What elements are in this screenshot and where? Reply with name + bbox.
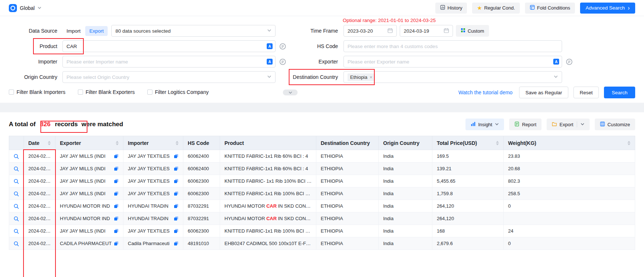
copy-icon[interactable] <box>174 179 179 183</box>
column-header-total-price-usd-[interactable]: Total Price(USD) <box>432 136 504 150</box>
sort-carets-icon[interactable] <box>176 141 179 145</box>
top-bar: Global History ★ Regular Cond. Fold Cond… <box>0 0 644 16</box>
copy-icon[interactable] <box>174 166 179 171</box>
exporter-input[interactable] <box>343 56 562 68</box>
cell-importer: JAY JAY TEXTILES <box>123 175 183 187</box>
insight-label: Insight <box>478 122 492 127</box>
column-header-weight-kg-[interactable]: Weight(KG) <box>504 136 635 150</box>
export-button[interactable]: Export <box>547 119 590 130</box>
exclude-filter-icon[interactable] <box>279 43 286 50</box>
view-details-magnifier-icon[interactable] <box>14 204 19 209</box>
origin-country-placeholder: Please select Origin Country <box>66 74 129 80</box>
filter-checkbox-item[interactable]: Filter Logitics Company <box>147 89 209 95</box>
insight-button[interactable]: Insight <box>465 119 504 130</box>
copy-icon[interactable] <box>174 216 179 221</box>
copy-icon[interactable] <box>114 229 119 233</box>
translate-icon[interactable]: A <box>266 58 273 65</box>
export-tab[interactable]: Export <box>85 26 108 36</box>
view-details-magnifier-icon[interactable] <box>14 241 19 247</box>
cell-product: HYUNDAI MOTOR CAR IN SKD CONDITI <box>220 212 316 225</box>
advanced-search-button[interactable]: Advanced Search › <box>580 3 635 14</box>
brand-selector[interactable]: Global <box>9 4 42 12</box>
exclude-filter-icon[interactable] <box>279 58 286 65</box>
tag-close-icon[interactable]: × <box>370 75 373 80</box>
customize-button[interactable]: Customize <box>595 119 635 130</box>
importer-input[interactable] <box>62 56 276 68</box>
cell-hs-code: 60062400 <box>183 150 220 163</box>
copy-icon[interactable] <box>114 216 119 221</box>
cell-destination-country: ETHIOPIA <box>316 225 379 237</box>
view-details-magnifier-icon[interactable] <box>14 154 19 159</box>
origin-country-select[interactable]: Please select Origin Country <box>62 71 276 83</box>
filter-checkbox-item[interactable]: Filter Blank Exporters <box>78 89 135 95</box>
cell-date: 2024-02-22 <box>24 163 55 175</box>
history-button[interactable]: History <box>435 3 467 14</box>
report-button[interactable]: Report <box>509 119 542 130</box>
cell-date: 2024-02-16 <box>24 200 55 212</box>
view-details-magnifier-icon[interactable] <box>14 179 19 184</box>
checkbox-icon[interactable] <box>78 90 83 95</box>
importer-name: Cadila Pharmaceuti <box>128 241 169 246</box>
view-details-magnifier-icon[interactable] <box>14 166 19 172</box>
cell-destination-country: ETHIOPIA <box>316 237 379 250</box>
view-details-magnifier-icon[interactable] <box>14 216 19 222</box>
tutorial-demo-link[interactable]: Watch the tutorial demo <box>458 90 512 95</box>
column-header-label: Date <box>28 140 39 146</box>
sort-carets-icon[interactable] <box>496 141 499 145</box>
checkbox-icon[interactable] <box>147 90 152 95</box>
copy-icon[interactable] <box>114 204 119 208</box>
cell-exporter: JAY JAY MILLS (INDI <box>55 175 123 187</box>
importer-name: HYUNDAI TRADIN <box>128 203 168 209</box>
copy-icon[interactable] <box>114 166 119 171</box>
chevron-down-icon[interactable] <box>580 122 584 127</box>
copy-icon[interactable] <box>114 241 119 246</box>
sort-carets-icon[interactable] <box>116 141 119 145</box>
exclude-filter-icon[interactable] <box>566 58 573 65</box>
copy-icon[interactable] <box>174 204 179 208</box>
filter-checkbox-item[interactable]: Filter Blank Importers <box>9 89 65 95</box>
copy-icon[interactable] <box>114 191 119 196</box>
cell-importer: JAY JAY TEXTILES <box>123 225 183 237</box>
reset-button[interactable]: Reset <box>573 87 599 98</box>
view-details-magnifier-icon[interactable] <box>14 191 19 197</box>
copy-icon[interactable] <box>174 191 179 196</box>
records-word: records <box>55 121 78 128</box>
view-details-magnifier-icon[interactable] <box>14 229 19 234</box>
copy-icon[interactable] <box>174 229 179 233</box>
column-header-importer[interactable]: Importer <box>123 136 183 150</box>
cell-weight: 20.68 <box>504 163 635 175</box>
sort-carets-icon[interactable] <box>48 141 51 145</box>
custom-range-button[interactable]: Custom <box>456 25 489 37</box>
copy-icon[interactable] <box>114 179 119 183</box>
translate-icon[interactable]: A <box>553 58 560 65</box>
column-header-exporter[interactable]: Exporter <box>55 136 123 150</box>
data-source-select[interactable]: 80 data sources selected <box>111 25 276 37</box>
column-header-destination-country: Destination Country <box>316 136 379 150</box>
copy-icon[interactable] <box>174 241 179 246</box>
results-table-wrap: DateExporterImporterHS CodeProductDestin… <box>9 136 635 250</box>
collapse-conditions-button[interactable] <box>283 90 298 95</box>
destination-country-select[interactable]: Ethiopia × <box>343 71 562 83</box>
regular-cond-button[interactable]: ★ Regular Cond. <box>472 3 519 14</box>
translate-icon[interactable]: A <box>266 43 273 50</box>
hs-code-input[interactable] <box>343 40 562 52</box>
checkbox-icon[interactable] <box>9 90 14 95</box>
copy-icon[interactable] <box>114 154 119 158</box>
exporter-name: CADILA PHARMACEUT <box>60 241 112 246</box>
destination-tag-label: Ethiopia <box>350 74 367 80</box>
fold-conditions-button[interactable]: Fold Conditions <box>525 3 575 14</box>
search-button[interactable]: Search <box>604 87 635 98</box>
table-row: 2024-02-16 HYUNDAI MOTOR IND HYUNDAI TRA… <box>9 212 635 225</box>
form-row-importer-exporter: Importer A Exporter A <box>9 56 635 68</box>
save-as-regular-button[interactable]: Save as Regular <box>519 87 568 98</box>
svg-text:A: A <box>268 60 271 64</box>
product-input[interactable] <box>62 40 276 52</box>
sort-carets-icon[interactable] <box>627 141 630 145</box>
date-to-picker[interactable]: 2024-03-19 <box>400 25 453 37</box>
product-label: Product <box>9 40 57 52</box>
column-header-date[interactable]: Date <box>24 136 55 150</box>
date-from-picker[interactable]: 2023-03-20 <box>343 25 397 37</box>
import-tab[interactable]: Import <box>62 26 84 36</box>
copy-icon[interactable] <box>174 154 179 158</box>
cell-weight: 802.3 <box>504 175 635 187</box>
